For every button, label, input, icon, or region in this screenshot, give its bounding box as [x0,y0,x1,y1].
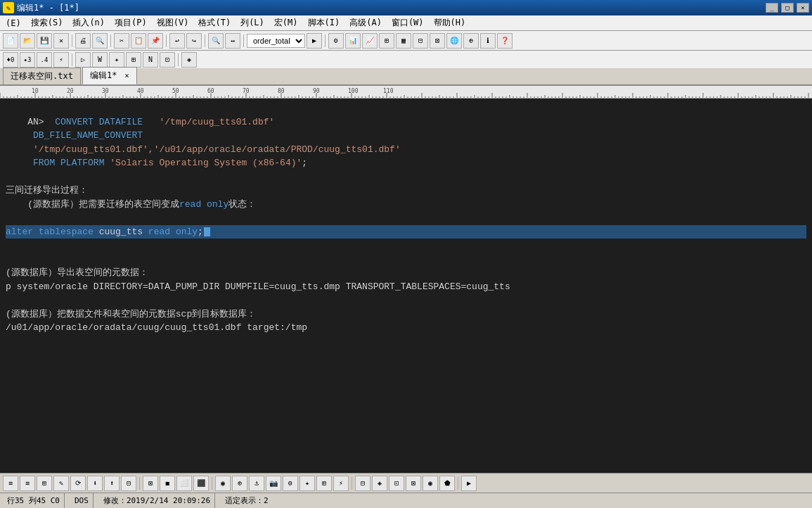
tb-extra-2[interactable]: 📊 [345,33,361,49]
bt-btn3[interactable]: ⊞ [37,476,52,491]
bt-btn6[interactable]: ⬇ [87,476,103,491]
editor-area[interactable]: AN> CONVERT DATAFILE '/tmp/cuug_tts01.db… [0,99,812,473]
editor-content: AN> CONVERT DATAFILE '/tmp/cuug_tts01.db… [0,101,812,362]
cut-button[interactable]: ✂ [114,33,129,49]
close-file-button[interactable]: ✕ [53,33,69,49]
bt-sep2 [212,477,212,490]
bt-btn15[interactable]: ⚓ [249,476,264,491]
undo-button[interactable]: ↩ [169,33,185,49]
tab-edit1[interactable]: 编辑1* × [82,67,137,84]
bt-btn9[interactable]: ⊠ [143,476,158,491]
open-file-button[interactable]: 📂 [20,33,35,49]
status-row: 行35 列45 C0 [3,493,65,508]
tb2-btn5[interactable]: ▷ [75,52,91,68]
replace-button[interactable]: ↔ [225,33,240,49]
redo-button[interactable]: ↪ [186,33,202,49]
tb2-btn9[interactable]: N [143,52,158,68]
bottom-toolbar: ≡ ≡ ⊞ ✎ ⟳ ⬇ ⬆ ⊟ ⊠ ◼ ⬜ ⬛ ◉ ⊕ ⚓ 📷 ⚙ ✦ ⊞ ⚡ … [0,473,812,493]
menu-bar: (E) 搜索(S) 插入(n) 项目(P) 视图(V) 格式(T) 列(L) 宏… [0,15,812,31]
bt-btn8[interactable]: ⊟ [121,476,136,491]
tb2-btn11[interactable]: ◈ [181,52,197,68]
print-button[interactable]: 🖨 [75,33,91,49]
bt-btn22[interactable]: ◈ [372,476,387,491]
bt-btn1[interactable]: ≡ [3,476,18,491]
bt-btn16[interactable]: 📷 [266,476,281,491]
bt-btn17[interactable]: ⚙ [283,476,298,491]
status-val-separator [46,496,51,505]
tb-extra-9[interactable]: ⊕ [463,33,479,49]
menu-search[interactable]: 搜索(S) [27,15,67,30]
function-dropdown[interactable]: order_total [247,34,305,48]
bt-btn11[interactable]: ⬜ [176,476,192,491]
bt-btn12[interactable]: ⬛ [193,476,209,491]
maximize-button[interactable]: □ [781,3,794,13]
tb2-btn3[interactable]: .4 [37,52,52,68]
bt-btn23[interactable]: ⊡ [389,476,404,491]
bt-btn24[interactable]: ⊠ [406,476,421,491]
tb-extra-8[interactable]: 🌐 [446,33,462,49]
bt-btn18[interactable]: ✦ [299,476,315,491]
menu-macro[interactable]: 宏(M) [270,15,302,30]
tb2-btn4[interactable]: ⚡ [53,52,69,68]
bt-btn2[interactable]: ≡ [20,476,35,491]
bt-btn10[interactable]: ◼ [160,476,175,491]
menu-edit[interactable]: (E) [1,17,25,30]
tb-extra-7[interactable]: ⊠ [430,33,445,49]
tb-extra-4[interactable]: ⊞ [379,33,394,49]
tab-edit1-close[interactable]: × [125,72,129,80]
copy-button[interactable]: 📋 [131,33,146,49]
bt-btn25[interactable]: ◉ [423,476,438,491]
bt-btn14[interactable]: ⊕ [232,476,247,491]
tb2-btn7[interactable]: ✦ [109,52,124,68]
minimize-button[interactable]: _ [766,3,778,13]
menu-advanced[interactable]: 高级(A) [345,15,386,30]
menu-window[interactable]: 窗口(W) [387,15,428,30]
menu-project[interactable]: 项目(P) [110,15,151,30]
bt-btn13[interactable]: ◉ [215,476,231,491]
tab-migrate-label: 迁移表空间.txt [11,71,73,81]
title-bar-left: ✎ 编辑1* - [1*] [3,2,79,14]
tb-extra-10[interactable]: ℹ [480,33,496,49]
bt-btn26[interactable]: ⬟ [439,476,455,491]
bt-btn7[interactable]: ⬆ [104,476,120,491]
dropdown-go-button[interactable]: ▶ [307,33,322,49]
tab-bar: 迁移表空间.txt 编辑1* × [0,69,812,86]
toolbar-separator-4 [205,34,205,47]
toolbar-separator-1 [72,34,72,47]
bt-btn20[interactable]: ⚡ [333,476,349,491]
tb2-btn8[interactable]: ⊞ [126,52,141,68]
tab-migrate[interactable]: 迁移表空间.txt [3,68,81,84]
menu-format[interactable]: 格式(T) [194,15,235,30]
new-file-button[interactable]: 📄 [3,33,18,49]
status-mode: 适定表示：2 [221,493,273,508]
tb-extra-1[interactable]: ⚙ [328,33,344,49]
close-button[interactable]: × [797,3,809,13]
paste-button[interactable]: 📌 [148,33,163,49]
tb2-btn6[interactable]: W [92,52,108,68]
tb2-btn1[interactable]: ♦0 [3,52,18,68]
tb-extra-6[interactable]: ⊟ [413,33,428,49]
bt-btn27[interactable]: ▶ [461,476,477,491]
menu-view[interactable]: 视图(V) [153,15,193,30]
tb2-btn10[interactable]: ⊡ [160,52,175,68]
menu-insert[interactable]: 插入(n) [68,15,109,30]
app-icon: ✎ [3,2,14,13]
menu-column[interactable]: 列(L) [236,15,269,30]
tab-edit1-label: 编辑1* [90,70,117,80]
bt-btn19[interactable]: ⊞ [316,476,332,491]
tb2-btn2[interactable]: ✦3 [20,52,35,68]
menu-help[interactable]: 帮助(H) [430,15,470,30]
bt-btn4[interactable]: ✎ [53,476,69,491]
menu-script[interactable]: 脚本(I) [304,15,344,30]
bt-btn5[interactable]: ⟳ [70,476,86,491]
window-title: 编辑1* - [1*] [17,2,79,14]
tb-extra-11[interactable]: ❓ [497,33,513,49]
bt-btn21[interactable]: ⊟ [355,476,370,491]
ruler [0,86,812,99]
title-bar-controls: _ □ × [766,3,809,13]
save-file-button[interactable]: 💾 [37,33,52,49]
tb-extra-5[interactable]: ▦ [396,33,411,49]
print-preview-button[interactable]: 🔍 [92,33,108,49]
tb-extra-3[interactable]: 📈 [362,33,378,49]
find-button[interactable]: 🔍 [208,33,224,49]
